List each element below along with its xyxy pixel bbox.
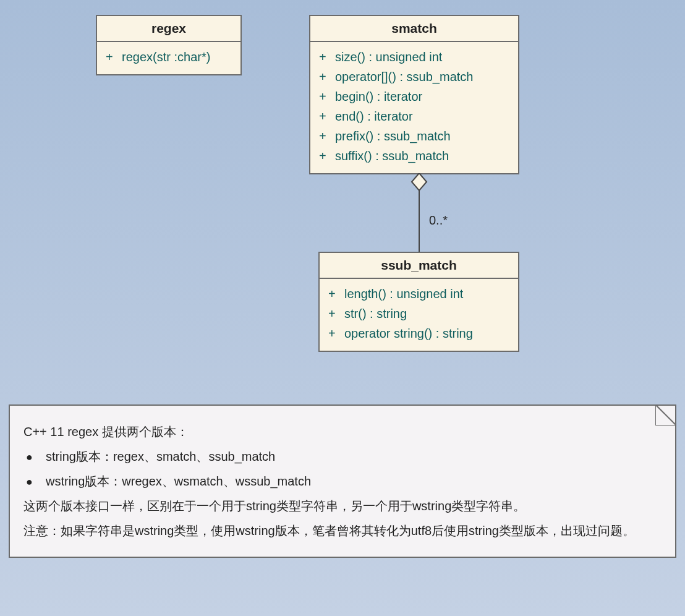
visibility: + xyxy=(319,146,335,166)
member-signature: suffix() : ssub_match xyxy=(335,146,449,166)
member-signature: operator[]() : ssub_match xyxy=(335,67,473,87)
uml-class-title: ssub_match xyxy=(320,253,518,279)
uml-member: + size() : unsigned int xyxy=(319,47,509,67)
visibility: + xyxy=(328,323,344,343)
uml-class-smatch: smatch + size() : unsigned int + operato… xyxy=(309,15,519,174)
uml-note: C++ 11 regex 提供两个版本： ● string版本：regex、sm… xyxy=(9,404,676,558)
note-fold-icon xyxy=(655,404,676,426)
uml-class-regex: regex + regex(str :char*) xyxy=(96,15,242,75)
note-bullet-text: wstring版本：wregex、wsmatch、wssub_match xyxy=(46,469,311,494)
uml-class-title: regex xyxy=(97,16,240,42)
uml-member: + begin() : iterator xyxy=(319,87,509,106)
visibility: + xyxy=(319,67,335,87)
uml-class-body: + regex(str :char*) xyxy=(97,42,240,74)
note-bullet-text: string版本：regex、smatch、ssub_match xyxy=(46,444,275,469)
visibility: + xyxy=(319,106,335,126)
uml-class-title: smatch xyxy=(310,16,518,42)
member-signature: begin() : iterator xyxy=(335,87,422,106)
visibility: + xyxy=(328,304,344,323)
uml-member: + regex(str :char*) xyxy=(106,47,232,67)
member-signature: prefix() : ssub_match xyxy=(335,126,451,146)
note-line: 这两个版本接口一样，区别在于一个用于string类型字符串，另一个用于wstri… xyxy=(23,494,662,518)
uml-member: + length() : unsigned int xyxy=(328,284,509,304)
note-bullet: ● string版本：regex、smatch、ssub_match xyxy=(23,444,662,469)
visibility: + xyxy=(106,47,122,67)
uml-class-body: + length() : unsigned int + str() : stri… xyxy=(320,279,518,351)
svg-marker-0 xyxy=(412,173,427,190)
visibility: + xyxy=(328,284,344,304)
visibility: + xyxy=(319,126,335,146)
uml-member: + end() : iterator xyxy=(319,106,509,126)
visibility: + xyxy=(319,47,335,67)
uml-member: + operator[]() : ssub_match xyxy=(319,67,509,87)
member-signature: size() : unsigned int xyxy=(335,47,442,67)
multiplicity-label: 0..* xyxy=(429,213,448,228)
bullet-icon: ● xyxy=(23,446,46,468)
uml-member: + operator string() : string xyxy=(328,323,509,343)
member-signature: str() : string xyxy=(344,304,407,323)
member-signature: end() : iterator xyxy=(335,106,413,126)
uml-member: + str() : string xyxy=(328,304,509,323)
uml-class-ssub-match: ssub_match + length() : unsigned int + s… xyxy=(318,252,519,352)
member-signature: operator string() : string xyxy=(344,323,473,343)
member-signature: length() : unsigned int xyxy=(344,284,463,304)
note-line: C++ 11 regex 提供两个版本： xyxy=(23,419,662,444)
uml-member: + prefix() : ssub_match xyxy=(319,126,509,146)
uml-class-body: + size() : unsigned int + operator[]() :… xyxy=(310,42,518,173)
member-signature: regex(str :char*) xyxy=(122,47,210,67)
note-bullet: ● wstring版本：wregex、wsmatch、wssub_match xyxy=(23,469,662,494)
uml-member: + suffix() : ssub_match xyxy=(319,146,509,166)
note-line: 注意：如果字符串是wstring类型，使用wstring版本，笔者曾将其转化为u… xyxy=(23,518,662,543)
bullet-icon: ● xyxy=(23,471,46,493)
visibility: + xyxy=(319,87,335,106)
